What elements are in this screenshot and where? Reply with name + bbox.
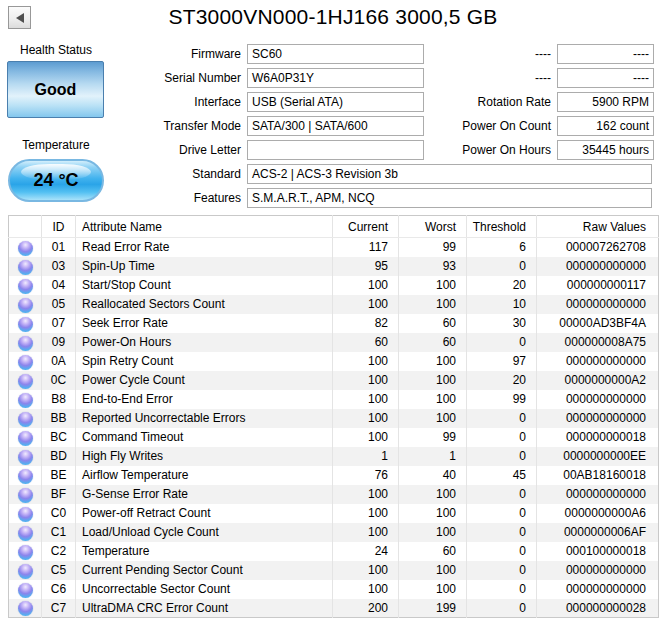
table-row: BDHigh Fly Writes1100000000000EE	[9, 447, 659, 466]
status-cell	[9, 371, 42, 390]
smart-attributes-panel: ID Attribute Name Current Worst Threshol…	[8, 215, 659, 618]
table-header-row: ID Attribute Name Current Worst Threshol…	[9, 216, 659, 238]
worst-value-cell: 100	[399, 580, 467, 599]
field-value-box: W6A0P31Y	[247, 68, 424, 88]
raw-value-cell: 000000000000	[537, 561, 659, 580]
attribute-name-cell: Spin-Up Time	[76, 257, 333, 276]
status-cell	[9, 542, 42, 561]
raw-value-cell: 0000000000A2	[537, 371, 659, 390]
threshold-value-cell: 30	[467, 314, 537, 333]
field-value-box: S.M.A.R.T., APM, NCQ	[247, 188, 652, 208]
attribute-name-cell: Power-On Hours	[76, 333, 333, 352]
raw-value-cell: 000000000028	[537, 599, 659, 618]
status-orb-icon	[18, 583, 33, 598]
status-cell	[9, 276, 42, 295]
raw-value-cell: 000000008A75	[537, 333, 659, 352]
attribute-id-cell: B8	[42, 390, 76, 409]
status-cell	[9, 485, 42, 504]
threshold-value-cell: 20	[467, 276, 537, 295]
current-value-cell: 100	[333, 295, 399, 314]
attribute-id-cell: BB	[42, 409, 76, 428]
attribute-name-cell: Load/Unload Cycle Count	[76, 523, 333, 542]
worst-value-cell: 100	[399, 485, 467, 504]
threshold-value-cell: 0	[467, 523, 537, 542]
worst-value-cell: 100	[399, 504, 467, 523]
status-cell	[9, 599, 42, 618]
raw-value-cell: 000000000000	[537, 409, 659, 428]
current-value-cell: 117	[333, 238, 399, 257]
current-value-cell: 1	[333, 447, 399, 466]
threshold-value-cell: 0	[467, 257, 537, 276]
attribute-id-cell: 09	[42, 333, 76, 352]
field-row: StandardACS-2 | ACS-3 Revision 3b	[0, 162, 660, 186]
status-cell	[9, 390, 42, 409]
status-cell	[9, 580, 42, 599]
raw-value-cell: 000000000000	[537, 295, 659, 314]
status-cell	[9, 561, 42, 580]
field-value-box: ----	[557, 68, 654, 88]
field-label: Transfer Mode	[0, 119, 247, 133]
attribute-name-cell: Start/Stop Count	[76, 276, 333, 295]
table-row: C1Load/Unload Cycle Count100100000000000…	[9, 523, 659, 542]
field-label: Drive Letter	[0, 143, 247, 157]
attribute-id-cell: 07	[42, 314, 76, 333]
worst-value-cell: 100	[399, 390, 467, 409]
status-orb-icon	[18, 545, 33, 560]
status-orb-icon	[18, 298, 33, 313]
field-label: Firmware	[0, 47, 247, 61]
current-value-cell: 100	[333, 561, 399, 580]
status-orb-icon	[18, 564, 33, 579]
threshold-value-cell: 0	[467, 409, 537, 428]
field-label: ----	[433, 71, 557, 85]
attribute-id-cell: C2	[42, 542, 76, 561]
worst-value-cell: 100	[399, 523, 467, 542]
field-row: FeaturesS.M.A.R.T., APM, NCQ	[0, 186, 660, 210]
current-value-cell: 60	[333, 333, 399, 352]
attribute-id-cell: C6	[42, 580, 76, 599]
table-row: 09Power-On Hours60600000000008A75	[9, 333, 659, 352]
table-row: C2Temperature24600000100000018	[9, 542, 659, 561]
field-label: Rotation Rate	[433, 95, 557, 109]
status-cell	[9, 314, 42, 333]
drive-title: ST3000VN000-1HJ166 3000,5 GB	[0, 5, 666, 29]
current-value-cell: 82	[333, 314, 399, 333]
attribute-name-cell: Uncorrectable Sector Count	[76, 580, 333, 599]
current-value-cell: 100	[333, 485, 399, 504]
worst-value-cell: 100	[399, 295, 467, 314]
table-row: 01Read Error Rate117996000007262708	[9, 238, 659, 257]
raw-value-cell: 000000000000	[537, 352, 659, 371]
status-orb-icon	[18, 241, 33, 256]
status-orb-icon	[18, 355, 33, 370]
attribute-name-cell: Current Pending Sector Count	[76, 561, 333, 580]
attribute-id-cell: 01	[42, 238, 76, 257]
status-cell	[9, 257, 42, 276]
raw-value-cell: 0000000006AF	[537, 523, 659, 542]
worst-value-cell: 199	[399, 599, 467, 618]
attribute-id-cell: BD	[42, 447, 76, 466]
field-value-box: USB (Serial ATA)	[247, 92, 424, 112]
field-row: --------	[433, 66, 660, 90]
field-value-box: ACS-2 | ACS-3 Revision 3b	[247, 164, 652, 184]
attribute-id-cell: BE	[42, 466, 76, 485]
status-cell	[9, 504, 42, 523]
table-row: C5Current Pending Sector Count1001000000…	[9, 561, 659, 580]
table-row: B8End-to-End Error10010099000000000000	[9, 390, 659, 409]
current-value-cell: 100	[333, 352, 399, 371]
attribute-name-cell: G-Sense Error Rate	[76, 485, 333, 504]
threshold-value-cell: 99	[467, 390, 537, 409]
status-orb-icon	[18, 317, 33, 332]
attribute-id-cell: 04	[42, 276, 76, 295]
status-cell	[9, 352, 42, 371]
worst-value-cell: 100	[399, 352, 467, 371]
attribute-name-cell: End-to-End Error	[76, 390, 333, 409]
smart-attributes-table: ID Attribute Name Current Worst Threshol…	[8, 215, 659, 618]
table-row: 04Start/Stop Count10010020000000000117	[9, 276, 659, 295]
raw-value-cell: 00000AD3BF4A	[537, 314, 659, 333]
field-value-box: 5900 RPM	[557, 92, 654, 112]
worst-value-cell: 100	[399, 371, 467, 390]
worst-value-cell: 60	[399, 333, 467, 352]
raw-value-cell: 0000000000EE	[537, 447, 659, 466]
attribute-name-cell: UltraDMA CRC Error Count	[76, 599, 333, 618]
worst-column-header: Worst	[399, 216, 467, 238]
table-row: BFG-Sense Error Rate1001000000000000000	[9, 485, 659, 504]
